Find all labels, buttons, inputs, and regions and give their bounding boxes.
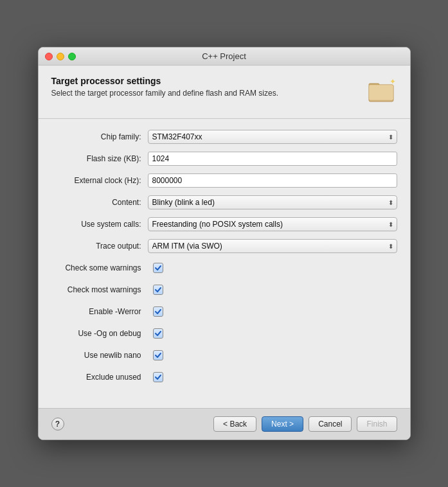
- finish-button[interactable]: Finish: [357, 416, 397, 432]
- header-section: Target processor settings Select the tar…: [51, 76, 397, 107]
- syscalls-row: Use system calls: Freestanding (no POSIX…: [51, 217, 397, 232]
- ext-clock-label: External clock (Hz):: [51, 176, 148, 185]
- chip-family-label: Chip family:: [51, 132, 148, 141]
- content-select[interactable]: Blinky (blink a led) Empty Hello World: [148, 195, 397, 209]
- enable-werror-label: Enable -Werror: [51, 307, 148, 316]
- minimize-button[interactable]: [57, 53, 64, 60]
- chip-family-select[interactable]: STM32F407xx STM32F103xx STM32F0xx: [148, 130, 397, 144]
- page-title: Target processor settings: [51, 76, 279, 86]
- flash-size-row: Flash size (KB):: [51, 151, 397, 166]
- back-button[interactable]: < Back: [213, 416, 256, 432]
- exclude-unused-row: Exclude unused: [51, 369, 397, 385]
- traffic-lights: [45, 53, 76, 60]
- footer: ? < Back Next > Cancel Finish: [39, 408, 410, 439]
- content-label: Content:: [51, 198, 148, 207]
- header-icon: ✦: [366, 76, 397, 107]
- exclude-unused-checkbox[interactable]: [153, 372, 163, 382]
- syscalls-select[interactable]: Freestanding (no POSIX system calls) POS…: [148, 217, 397, 231]
- trace-row: Trace output: ARM ITM (via SWO) None Sem…: [51, 238, 397, 254]
- footer-buttons: < Back Next > Cancel Finish: [213, 416, 397, 432]
- content-row: Content: Blinky (blink a led) Empty Hell…: [51, 195, 397, 210]
- header-divider: [39, 118, 410, 119]
- check-most-label: Check most warnings: [51, 285, 148, 294]
- form-section: Chip family: STM32F407xx STM32F103xx STM…: [51, 129, 397, 385]
- content-area: Target processor settings Select the tar…: [39, 66, 410, 395]
- trace-label: Trace output:: [51, 242, 148, 251]
- content-control: Blinky (blink a led) Empty Hello World ⬍: [148, 195, 397, 209]
- use-og-row: Use -Og on debug: [51, 326, 397, 341]
- chip-family-row: Chip family: STM32F407xx STM32F103xx STM…: [51, 129, 397, 145]
- flash-size-label: Flash size (KB):: [51, 154, 148, 163]
- page-subtitle: Select the target processor family and d…: [51, 89, 279, 98]
- use-og-label: Use -Og on debug: [51, 329, 148, 338]
- chip-family-select-wrapper: STM32F407xx STM32F103xx STM32F0xx ⬍: [148, 130, 397, 144]
- next-button[interactable]: Next >: [262, 416, 303, 432]
- exclude-unused-label: Exclude unused: [51, 373, 148, 382]
- footer-left: ?: [51, 418, 64, 430]
- syscalls-select-wrapper: Freestanding (no POSIX system calls) POS…: [148, 217, 397, 231]
- ext-clock-row: External clock (Hz):: [51, 173, 397, 188]
- enable-werror-row: Enable -Werror: [51, 304, 397, 319]
- use-newlib-row: Use newlib nano: [51, 348, 397, 363]
- trace-select-wrapper: ARM ITM (via SWO) None Semihosting ⬍: [148, 239, 397, 253]
- main-window: C++ Project Target processor settings Se…: [38, 47, 411, 440]
- use-newlib-checkbox[interactable]: [153, 350, 163, 360]
- svg-text:✦: ✦: [390, 77, 396, 86]
- check-most-row: Check most warnings: [51, 282, 397, 297]
- flash-size-input[interactable]: [148, 152, 397, 166]
- ext-clock-input[interactable]: [148, 173, 397, 188]
- use-og-checkbox[interactable]: [153, 328, 163, 339]
- header-text: Target processor settings Select the tar…: [51, 76, 279, 98]
- trace-control: ARM ITM (via SWO) None Semihosting ⬍: [148, 239, 397, 253]
- syscalls-label: Use system calls:: [51, 220, 148, 229]
- check-warnings-checkbox[interactable]: [153, 263, 163, 273]
- trace-select[interactable]: ARM ITM (via SWO) None Semihosting: [148, 239, 397, 253]
- cancel-button[interactable]: Cancel: [309, 416, 352, 432]
- enable-werror-checkbox[interactable]: [153, 306, 163, 317]
- check-warnings-row: Check some warnings: [51, 260, 397, 276]
- help-button[interactable]: ?: [51, 418, 64, 430]
- content-select-wrapper: Blinky (blink a led) Empty Hello World ⬍: [148, 195, 397, 209]
- maximize-button[interactable]: [68, 53, 76, 60]
- window-title: C++ Project: [202, 51, 246, 61]
- svg-rect-2: [369, 85, 393, 100]
- use-newlib-label: Use newlib nano: [51, 351, 148, 360]
- chip-family-control: STM32F407xx STM32F103xx STM32F0xx ⬍: [148, 130, 397, 144]
- title-bar: C++ Project: [39, 48, 410, 66]
- flash-size-control: [148, 152, 397, 166]
- ext-clock-control: [148, 173, 397, 188]
- check-warnings-label: Check some warnings: [51, 263, 148, 272]
- check-most-checkbox[interactable]: [153, 285, 163, 295]
- syscalls-control: Freestanding (no POSIX system calls) POS…: [148, 217, 397, 231]
- close-button[interactable]: [45, 53, 53, 60]
